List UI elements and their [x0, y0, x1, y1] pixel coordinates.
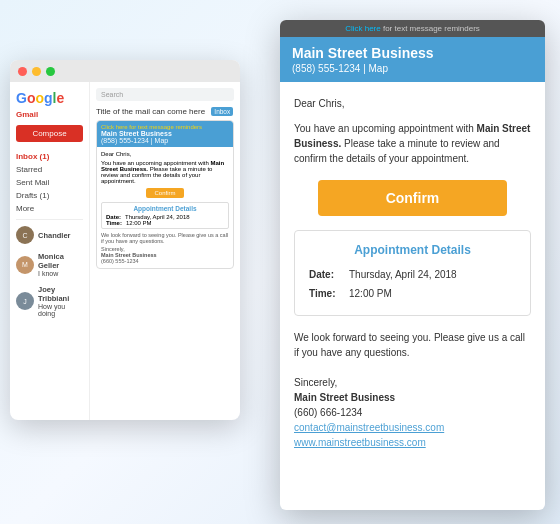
- sidebar-item-inbox[interactable]: Inbox (1): [16, 150, 83, 163]
- mini-confirm-button[interactable]: Confirm: [146, 188, 183, 198]
- top-bar-click-link[interactable]: Click here: [345, 24, 381, 33]
- sidebar-divider: [16, 219, 83, 220]
- mini-email-header: Click here for text message reminders Ma…: [97, 121, 233, 147]
- sidebar-item-drafts[interactable]: Drafts (1): [16, 189, 83, 202]
- contact-monica[interactable]: M Monica Geller I know: [16, 250, 83, 279]
- maximize-dot[interactable]: [46, 67, 55, 76]
- mini-appt-section: Appointment Details Date: Thursday, Apri…: [101, 202, 229, 229]
- footer-website-link[interactable]: www.mainstreetbusiness.com: [294, 437, 426, 448]
- email-preview: Click here for text message reminders Ma…: [280, 20, 545, 510]
- sidebar-item-more[interactable]: More: [16, 202, 83, 215]
- gmail-search-bar[interactable]: Search: [96, 88, 234, 101]
- close-dot[interactable]: [18, 67, 27, 76]
- compose-button[interactable]: Compose: [16, 125, 83, 142]
- footer-line1: We look forward to seeing you. Please gi…: [294, 330, 531, 360]
- footer-phone: (660) 666-1234: [294, 405, 531, 420]
- email-subject-line: Title of the mail can come here Inbox: [96, 107, 234, 116]
- top-bar-rest-text: for text message reminders: [381, 24, 480, 33]
- confirm-button[interactable]: Confirm: [318, 180, 508, 216]
- gmail-main: Search Title of the mail can come here I…: [90, 82, 240, 420]
- mini-dear: Dear Chris,: [101, 151, 229, 157]
- appt-details-title: Appointment Details: [309, 241, 516, 259]
- avatar-chandler: C: [16, 226, 34, 244]
- email-footer: We look forward to seeing you. Please gi…: [294, 330, 531, 450]
- footer-sincerely: Sincerely,: [294, 375, 531, 390]
- email-biz-name: Main Street Business: [292, 45, 533, 61]
- minimize-dot[interactable]: [32, 67, 41, 76]
- appt-details-box: Appointment Details Date: Thursday, Apri…: [294, 230, 531, 316]
- contact-joey[interactable]: J Joey Tribbiani How you doing: [16, 283, 83, 319]
- gmail-window: Google Gmail Compose Inbox (1) Starred S…: [10, 60, 240, 420]
- mini-phone: (858) 555-1234 | Map: [101, 137, 229, 144]
- contact-chandler[interactable]: C Chandler: [16, 224, 83, 246]
- mini-footer-text: We look forward to seeing you. Please gi…: [101, 232, 229, 244]
- avatar-monica: M: [16, 256, 34, 274]
- mini-appt-title: Appointment Details: [106, 205, 224, 212]
- email-body: Dear Chris, You have an upcoming appoint…: [280, 82, 545, 464]
- appt-date-label: Date:: [309, 267, 349, 282]
- gmail-titlebar: [10, 60, 240, 82]
- appt-date-value: Thursday, April 24, 2018: [349, 267, 457, 282]
- email-phone-map: (858) 555-1234 | Map: [292, 63, 533, 74]
- mini-sincerely: Sincerely,Main Street Business(660) 555-…: [101, 246, 229, 264]
- footer-email-link[interactable]: contact@mainstreetbusiness.com: [294, 422, 444, 433]
- appt-time-value: 12:00 PM: [349, 286, 392, 301]
- gmail-label: Gmail: [16, 110, 83, 119]
- mini-email-preview: Click here for text message reminders Ma…: [96, 120, 234, 269]
- email-message: You have an upcoming appointment with Ma…: [294, 121, 531, 166]
- footer-biz-name: Main Street Business: [294, 392, 395, 403]
- appt-time-row: Time: 12:00 PM: [309, 286, 516, 301]
- mini-body-text: You have an upcoming appointment with Ma…: [101, 160, 229, 184]
- mini-biz-name: Main Street Business: [101, 130, 229, 137]
- email-salutation: Dear Chris,: [294, 96, 531, 111]
- avatar-joey: J: [16, 292, 34, 310]
- email-top-bar: Click here for text message reminders: [280, 20, 545, 37]
- gmail-logo: Google: [16, 90, 83, 106]
- sidebar-item-starred[interactable]: Starred: [16, 163, 83, 176]
- inbox-badge: Inbox: [211, 107, 233, 116]
- mini-time-row: Time: 12:00 PM: [106, 220, 224, 226]
- appt-time-label: Time:: [309, 286, 349, 301]
- sidebar-item-sent[interactable]: Sent Mail: [16, 176, 83, 189]
- gmail-sidebar: Google Gmail Compose Inbox (1) Starred S…: [10, 82, 90, 420]
- email-header: Main Street Business (858) 555-1234 | Ma…: [280, 37, 545, 82]
- appt-date-row: Date: Thursday, April 24, 2018: [309, 267, 516, 282]
